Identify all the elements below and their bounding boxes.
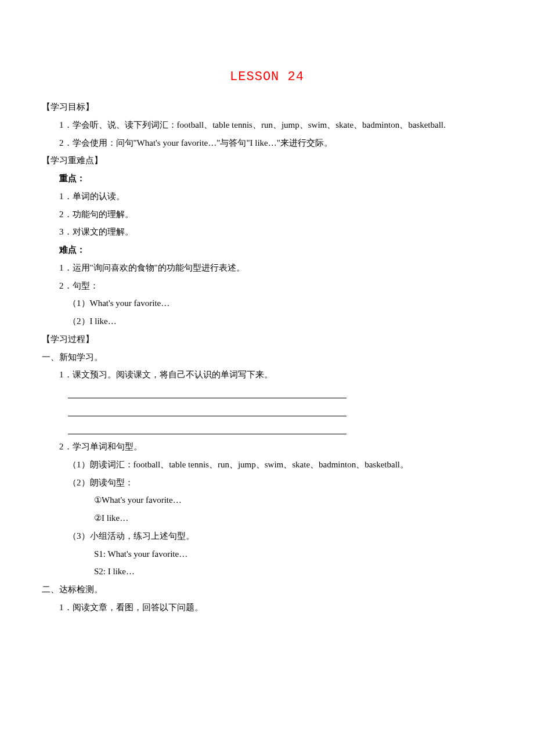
process-part1-sub3-line1: S1: What's your favorite… <box>42 545 492 563</box>
objectives-header: 【学习目标】 <box>42 98 492 116</box>
lesson-title: LESSON 24 <box>42 64 492 90</box>
process-header: 【学习过程】 <box>42 330 492 348</box>
process-part1-sub2-1: ①What's your favorite… <box>42 491 492 509</box>
process-part1-sub3: （3）小组活动，练习上述句型。 <box>42 527 492 545</box>
process-part1-sub3-line2: S2: I like… <box>42 563 492 581</box>
process-part2-item1: 1．阅读文章，看图，回答以下问题。 <box>42 599 492 617</box>
process-part1-sub-1: （1）朗读词汇：football、table tennis、run、jump、s… <box>42 456 492 474</box>
process-part1-item2: 2．学习单词和句型。 <box>42 438 492 456</box>
blank-line-1 <box>68 384 347 398</box>
nandian-sub-1: （1）What's your favorite… <box>42 294 492 312</box>
blank-line-3 <box>68 420 347 434</box>
process-part1-sub2-2: ②I like… <box>42 509 492 527</box>
zhongdian-item-3: 3．对课文的理解。 <box>42 223 492 241</box>
process-part1-sub-2: （2）朗读句型： <box>42 474 492 492</box>
process-part2-label: 二、达标检测。 <box>42 581 492 599</box>
process-part1-label: 一、新知学习。 <box>42 348 492 366</box>
keypoints-header: 【学习重难点】 <box>42 152 492 170</box>
nandian-item-1: 1．运用"询问喜欢的食物"的功能句型进行表述。 <box>42 259 492 277</box>
zhongdian-item-2: 2．功能句的理解。 <box>42 206 492 224</box>
nandian-label: 难点： <box>42 241 492 259</box>
objective-item-1: 1．学会听、说、读下列词汇：football、table tennis、run、… <box>42 116 492 134</box>
zhongdian-label: 重点： <box>42 170 492 188</box>
nandian-sub-2: （2）I like… <box>42 312 492 330</box>
process-part1-item1: 1．课文预习。阅读课文，将自己不认识的单词写下来。 <box>42 366 492 384</box>
zhongdian-item-1: 1．单词的认读。 <box>42 188 492 206</box>
blank-line-2 <box>68 402 347 416</box>
nandian-item-2: 2．句型： <box>42 277 492 295</box>
objective-item-2: 2．学会使用：问句"What's your favorite…"与答句"I li… <box>42 134 492 152</box>
